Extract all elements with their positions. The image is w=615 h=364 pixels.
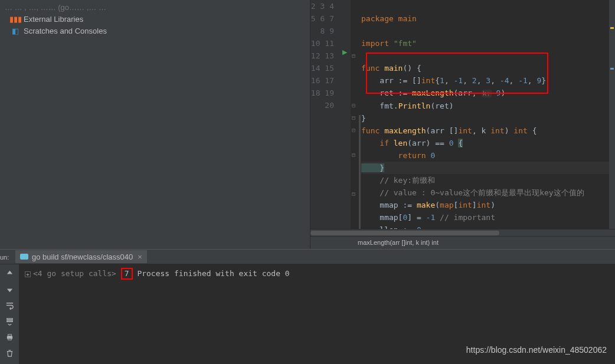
console-output[interactable]: +<4 go setup calls> 7 Process finished w…: [19, 264, 615, 364]
run-gutter: ▶: [341, 0, 351, 229]
run-tab-label: go build sf/newclass/class040: [32, 252, 133, 261]
tree-row-truncated[interactable]: … … , …, …… (go…… ,… …: [0, 1, 310, 13]
run-line-icon[interactable]: ▶: [342, 48, 347, 56]
expand-icon[interactable]: +: [25, 271, 31, 277]
code-area[interactable]: package main import "fmt" func main() { …: [359, 0, 615, 229]
go-icon: [20, 254, 28, 260]
watermark: https://blog.csdn.net/weixin_48502062: [466, 344, 607, 356]
tree-label: Scratches and Consoles: [24, 27, 107, 35]
scrollbar-thumb[interactable]: [310, 231, 499, 235]
tree-label: External Libraries: [24, 15, 83, 24]
close-icon[interactable]: ×: [138, 252, 142, 261]
line-gutter: 2 3 4 5 6 7 8 9 10 11 12 13 14 15 16 17 …: [310, 0, 341, 229]
fold-gutter: ⊟ ⊟ ⊟ ⊟ ⊟ ⊟: [351, 0, 359, 229]
run-tab[interactable]: go build sf/newclass/class040 ×: [15, 250, 147, 263]
error-stripe[interactable]: [609, 0, 615, 229]
breadcrumb[interactable]: maxLength(arr []int, k int) int: [310, 236, 615, 249]
project-tree-panel[interactable]: … … , …, …… (go…… ,… … ▮▮▮ External Libr…: [0, 0, 310, 249]
run-tab-strip: un: go build sf/newclass/class040 ×: [0, 249, 615, 264]
library-icon: ▮▮▮: [11, 15, 20, 24]
svg-rect-2: [8, 338, 11, 340]
tree-row-external-libraries[interactable]: ▮▮▮ External Libraries: [0, 13, 310, 25]
console-fold-row[interactable]: +<4 go setup calls>: [25, 269, 116, 278]
arrow-down-icon[interactable]: [4, 284, 15, 294]
print-icon[interactable]: [4, 332, 15, 342]
console-toolbar: [0, 264, 19, 364]
scroll-end-icon[interactable]: [4, 316, 15, 326]
arrow-up-icon[interactable]: [4, 268, 15, 278]
tree-row-scratches[interactable]: ◧ Scratches and Consoles: [0, 25, 310, 37]
editor[interactable]: 2 3 4 5 6 7 8 9 10 11 12 13 14 15 16 17 …: [310, 0, 615, 249]
highlight-box-output: 7: [121, 268, 133, 280]
scratches-icon: ◧: [11, 27, 20, 35]
editor-hscroll[interactable]: [310, 229, 615, 236]
trash-icon[interactable]: [4, 347, 15, 358]
highlight-box-code: [366, 53, 548, 94]
run-label: un:: [0, 252, 8, 261]
svg-rect-1: [8, 334, 11, 336]
soft-wrap-icon[interactable]: [4, 300, 15, 310]
exit-line: Process finished with exit code 0: [137, 269, 289, 278]
